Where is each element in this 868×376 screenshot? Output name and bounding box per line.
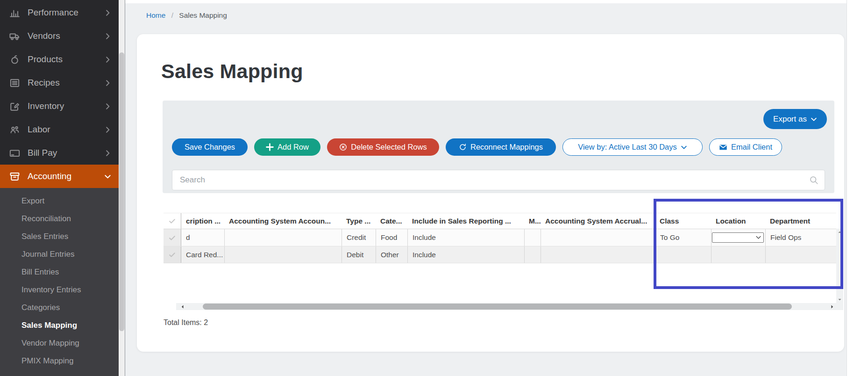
delete-selected-rows-button[interactable]: Delete Selected Rows: [327, 138, 439, 156]
sidebar-item-products[interactable]: Products: [0, 48, 119, 71]
sidebar-item-vendors[interactable]: Vendors: [0, 24, 119, 48]
sidebar-item-accounting[interactable]: Accounting: [0, 165, 119, 188]
table-cell-accounting-system-account[interactable]: [224, 229, 342, 246]
table-vertical-scrollbar[interactable]: [836, 229, 843, 310]
header-cell-class[interactable]: Class: [655, 213, 711, 229]
view-by-dropdown-button[interactable]: View by: Active Last 30 Days: [562, 138, 703, 156]
table-cell-accounting-system-account[interactable]: [224, 246, 342, 263]
table-cell-category[interactable]: Food: [376, 229, 407, 246]
table-cell-accounting-system-accrual[interactable]: [541, 246, 655, 263]
sidebar-scrollbar-thumb[interactable]: [119, 52, 124, 331]
sidebar-item-inventory[interactable]: Inventory: [0, 94, 119, 118]
header-cell-accounting-system-account[interactable]: Accounting System Accoun...: [224, 213, 342, 229]
sidebar-item-bill-pay[interactable]: Bill Pay: [0, 141, 119, 165]
add-row-label: Add Row: [277, 143, 309, 152]
location-select[interactable]: [712, 232, 764, 243]
add-row-button[interactable]: Add Row: [254, 138, 320, 156]
chevron-right-icon: [104, 150, 111, 157]
sidebar-subitem-sales-mapping[interactable]: Sales Mapping: [0, 317, 119, 334]
table-cell-accounting-system-accrual[interactable]: [541, 229, 655, 246]
header-cell-m[interactable]: M...: [524, 213, 541, 229]
save-changes-button[interactable]: Save Changes: [172, 138, 248, 156]
sidebar-subitem-categories[interactable]: Categories: [0, 299, 119, 317]
page-title: Sales Mapping: [161, 60, 303, 83]
table-cell-description[interactable]: d: [181, 229, 224, 246]
table-cell-m[interactable]: [524, 229, 541, 246]
header-cell-category[interactable]: Cate...: [376, 213, 407, 229]
sidebar-item-label: Labor: [28, 124, 50, 135]
sidebar-subitem-vendor-mapping[interactable]: Vendor Mapping: [0, 334, 119, 352]
sidebar-subitem-sales-entries[interactable]: Sales Entries: [0, 228, 119, 246]
scroll-left-arrow-icon[interactable]: [180, 304, 185, 309]
table-cell-include-in-sales-reporting[interactable]: Include: [407, 229, 524, 246]
table-cell-description[interactable]: Card Red...: [181, 246, 224, 263]
table-cell-m[interactable]: [524, 246, 541, 263]
table-cell-category[interactable]: Other: [376, 246, 407, 263]
chevron-right-icon: [104, 80, 111, 87]
check-icon: [168, 251, 176, 259]
table-cell-department[interactable]: [765, 246, 836, 263]
header-cell-description[interactable]: cription ...: [181, 213, 224, 229]
chevron-right-icon: [104, 126, 111, 133]
sidebar-item-labor[interactable]: Labor: [0, 118, 119, 141]
header-cell-accounting-system-accrual[interactable]: Accounting System Accrual...: [541, 213, 655, 229]
export-as-button[interactable]: Export as: [763, 109, 827, 129]
plus-icon: [266, 143, 274, 151]
sidebar-item-label: Products: [28, 54, 63, 65]
sidebar-subitem-inventory-entries[interactable]: Inventory Entries: [0, 281, 119, 299]
table-cell-include-in-sales-reporting[interactable]: Include: [407, 246, 524, 263]
sidebar-subitem-pmix-mapping[interactable]: PMIX Mapping: [0, 352, 119, 370]
table-cell-class[interactable]: To Go: [655, 229, 711, 246]
table-cell-location[interactable]: [711, 229, 765, 246]
sidebar-item-performance[interactable]: Performance: [0, 1, 119, 24]
header-cell-type[interactable]: Type ...: [342, 213, 376, 229]
location-select-wrapper: [712, 232, 764, 243]
sidebar-subitem-export[interactable]: Export: [0, 192, 119, 210]
sidebar-item-label: Recipes: [28, 78, 60, 88]
breadcrumb-separator: /: [171, 11, 173, 19]
chevron-right-icon: [104, 33, 111, 40]
row-checkbox[interactable]: [164, 246, 181, 263]
sidebar-subitem-reconciliation[interactable]: Reconciliation: [0, 210, 119, 228]
breadcrumb-home-link[interactable]: Home: [146, 11, 165, 19]
sidebar-subitem-journal-entries[interactable]: Journal Entries: [0, 246, 119, 263]
page-right-gutter: [847, 0, 868, 376]
sidebar-subitem-bill-entries[interactable]: Bill Entries: [0, 263, 119, 281]
content-top-gutter: [125, 0, 847, 3]
sidebar-scrollbar[interactable]: [119, 0, 125, 376]
save-changes-label: Save Changes: [185, 143, 235, 152]
sidebar-item-label: Vendors: [28, 31, 60, 41]
table-cell-department[interactable]: Field Ops: [765, 229, 836, 246]
table-empty-area: [164, 263, 836, 304]
select-all-checkbox[interactable]: [164, 213, 181, 229]
search-input[interactable]: [172, 170, 825, 190]
reconnect-mappings-button[interactable]: Reconnect Mappings: [446, 138, 556, 156]
sales-mapping-table: cription ...Accounting System Accoun...T…: [164, 213, 836, 304]
scroll-down-arrow-icon[interactable]: [838, 297, 842, 302]
header-cell-include-in-sales-reporting[interactable]: Include in Sales Reporting ...: [407, 213, 524, 229]
table-cell-type[interactable]: Credit: [342, 229, 376, 246]
people-icon: [9, 124, 20, 135]
table-horizontal-scrollbar[interactable]: [176, 303, 836, 310]
archive-icon: [9, 171, 20, 182]
horizontal-scrollbar-thumb[interactable]: [203, 304, 792, 310]
email-client-button[interactable]: Email Client: [709, 138, 782, 156]
sidebar-nav: PerformanceVendorsProductsRecipesInvento…: [0, 0, 119, 188]
truck-icon: [9, 31, 20, 42]
row-checkbox[interactable]: [164, 229, 181, 246]
scroll-up-arrow-icon[interactable]: [838, 230, 842, 234]
table-cell-location[interactable]: [711, 246, 765, 263]
breadcrumb: Home / Sales Mapping: [146, 11, 227, 20]
table-cell-class[interactable]: [655, 246, 711, 263]
scroll-right-arrow-icon[interactable]: [830, 304, 834, 309]
content-card: Sales Mapping Export as Save Changes Add…: [137, 34, 844, 352]
sidebar-item-label: Bill Pay: [28, 148, 57, 158]
list-icon: [9, 78, 20, 88]
header-cell-location[interactable]: Location: [711, 213, 765, 229]
breadcrumb-current: Sales Mapping: [179, 11, 227, 19]
header-cell-department[interactable]: Department: [765, 213, 836, 229]
table-cell-type[interactable]: Debit: [342, 246, 376, 263]
toolbar-panel: Export as Save Changes Add Row Delete Se…: [163, 101, 834, 193]
sidebar-item-recipes[interactable]: Recipes: [0, 71, 119, 94]
chevron-down-icon: [681, 144, 687, 151]
